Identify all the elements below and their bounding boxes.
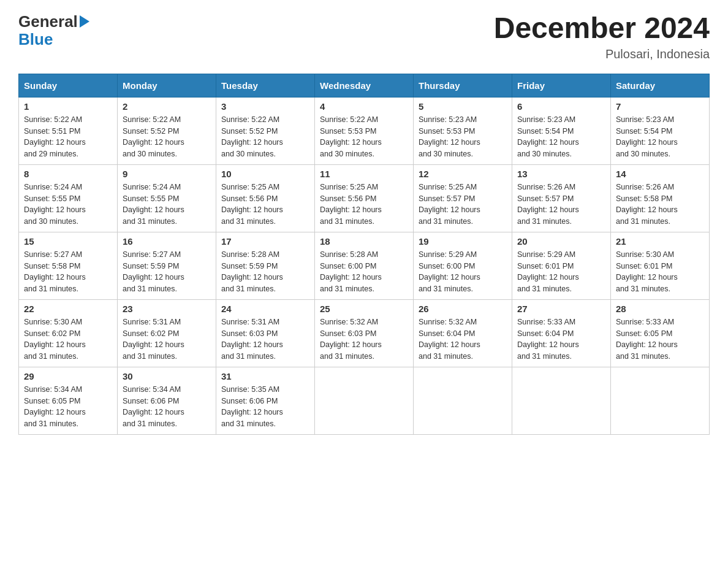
calendar-cell: 5 Sunrise: 5:23 AM Sunset: 5:53 PM Dayli… (414, 97, 512, 164)
day-number: 29 (24, 371, 112, 381)
calendar-week-4: 22 Sunrise: 5:30 AM Sunset: 6:02 PM Dayl… (19, 299, 710, 367)
calendar-cell: 21 Sunrise: 5:30 AM Sunset: 6:01 PM Dayl… (611, 232, 710, 299)
day-info: Sunrise: 5:28 AM Sunset: 5:59 PM Dayligh… (221, 249, 309, 295)
calendar-cell: 27 Sunrise: 5:33 AM Sunset: 6:04 PM Dayl… (512, 299, 611, 367)
calendar-cell: 4 Sunrise: 5:22 AM Sunset: 5:53 PM Dayli… (315, 97, 414, 164)
calendar-cell: 19 Sunrise: 5:29 AM Sunset: 6:00 PM Dayl… (414, 232, 512, 299)
day-number: 10 (221, 169, 309, 179)
calendar-cell: 18 Sunrise: 5:28 AM Sunset: 6:00 PM Dayl… (315, 232, 414, 299)
day-number: 2 (123, 101, 211, 112)
day-info: Sunrise: 5:31 AM Sunset: 6:02 PM Dayligh… (123, 316, 211, 362)
day-number: 12 (419, 169, 507, 179)
day-info: Sunrise: 5:24 AM Sunset: 5:55 PM Dayligh… (24, 182, 112, 228)
title-block: December 2024 Pulosari, Indonesia (494, 12, 710, 61)
calendar-cell: 9 Sunrise: 5:24 AM Sunset: 5:55 PM Dayli… (118, 164, 216, 232)
calendar-cell: 17 Sunrise: 5:28 AM Sunset: 5:59 PM Dayl… (216, 232, 315, 299)
calendar-cell: 3 Sunrise: 5:22 AM Sunset: 5:52 PM Dayli… (216, 97, 315, 164)
calendar-cell: 29 Sunrise: 5:34 AM Sunset: 6:05 PM Dayl… (19, 367, 118, 434)
calendar-cell: 10 Sunrise: 5:25 AM Sunset: 5:56 PM Dayl… (216, 164, 315, 232)
calendar-cell: 31 Sunrise: 5:35 AM Sunset: 6:06 PM Dayl… (216, 367, 315, 434)
day-info: Sunrise: 5:30 AM Sunset: 6:01 PM Dayligh… (616, 249, 704, 295)
day-info: Sunrise: 5:26 AM Sunset: 5:57 PM Dayligh… (517, 182, 605, 228)
day-info: Sunrise: 5:33 AM Sunset: 6:05 PM Dayligh… (616, 316, 704, 362)
day-info: Sunrise: 5:30 AM Sunset: 6:02 PM Dayligh… (24, 316, 112, 362)
day-number: 14 (616, 169, 704, 179)
calendar-cell: 24 Sunrise: 5:31 AM Sunset: 6:03 PM Dayl… (216, 299, 315, 367)
calendar-cell (512, 367, 611, 434)
day-info: Sunrise: 5:32 AM Sunset: 6:04 PM Dayligh… (419, 316, 507, 362)
weekday-header-wednesday: Wednesday (315, 74, 414, 97)
day-number: 21 (616, 236, 704, 247)
calendar-cell: 12 Sunrise: 5:25 AM Sunset: 5:57 PM Dayl… (414, 164, 512, 232)
day-info: Sunrise: 5:33 AM Sunset: 6:04 PM Dayligh… (517, 316, 605, 362)
day-number: 15 (24, 236, 112, 247)
day-info: Sunrise: 5:28 AM Sunset: 6:00 PM Dayligh… (320, 249, 408, 295)
weekday-header-monday: Monday (118, 74, 216, 97)
day-info: Sunrise: 5:31 AM Sunset: 6:03 PM Dayligh… (221, 316, 309, 362)
day-number: 8 (24, 169, 112, 179)
day-number: 9 (123, 169, 211, 179)
calendar-week-3: 15 Sunrise: 5:27 AM Sunset: 5:58 PM Dayl… (19, 232, 710, 299)
day-info: Sunrise: 5:29 AM Sunset: 6:01 PM Dayligh… (517, 249, 605, 295)
day-info: Sunrise: 5:34 AM Sunset: 6:05 PM Dayligh… (24, 384, 112, 430)
logo-general-text: General (18, 12, 78, 31)
day-info: Sunrise: 5:22 AM Sunset: 5:52 PM Dayligh… (221, 114, 309, 160)
calendar-cell: 11 Sunrise: 5:25 AM Sunset: 5:56 PM Dayl… (315, 164, 414, 232)
logo: General Blue (18, 12, 89, 49)
calendar-week-2: 8 Sunrise: 5:24 AM Sunset: 5:55 PM Dayli… (19, 164, 710, 232)
calendar-body: 1 Sunrise: 5:22 AM Sunset: 5:51 PM Dayli… (19, 97, 710, 434)
day-info: Sunrise: 5:25 AM Sunset: 5:56 PM Dayligh… (320, 182, 408, 228)
day-number: 1 (24, 101, 112, 112)
calendar-cell: 13 Sunrise: 5:26 AM Sunset: 5:57 PM Dayl… (512, 164, 611, 232)
calendar-cell: 15 Sunrise: 5:27 AM Sunset: 5:58 PM Dayl… (19, 232, 118, 299)
day-info: Sunrise: 5:27 AM Sunset: 5:58 PM Dayligh… (24, 249, 112, 295)
month-title: December 2024 (494, 12, 710, 45)
day-number: 18 (320, 236, 408, 247)
day-number: 11 (320, 169, 408, 179)
location-subtitle: Pulosari, Indonesia (494, 47, 710, 61)
day-info: Sunrise: 5:22 AM Sunset: 5:51 PM Dayligh… (24, 114, 112, 160)
calendar-cell (315, 367, 414, 434)
weekday-header-thursday: Thursday (414, 74, 512, 97)
calendar-cell: 16 Sunrise: 5:27 AM Sunset: 5:59 PM Dayl… (118, 232, 216, 299)
calendar-cell: 20 Sunrise: 5:29 AM Sunset: 6:01 PM Dayl… (512, 232, 611, 299)
calendar-cell: 25 Sunrise: 5:32 AM Sunset: 6:03 PM Dayl… (315, 299, 414, 367)
calendar-header: SundayMondayTuesdayWednesdayThursdayFrid… (19, 74, 710, 97)
day-number: 26 (419, 304, 507, 314)
day-number: 7 (616, 101, 704, 112)
day-number: 16 (123, 236, 211, 247)
day-info: Sunrise: 5:27 AM Sunset: 5:59 PM Dayligh… (123, 249, 211, 295)
day-number: 27 (517, 304, 605, 314)
calendar-cell: 28 Sunrise: 5:33 AM Sunset: 6:05 PM Dayl… (611, 299, 710, 367)
day-number: 25 (320, 304, 408, 314)
day-number: 28 (616, 304, 704, 314)
calendar-table: SundayMondayTuesdayWednesdayThursdayFrid… (18, 74, 710, 435)
day-number: 19 (419, 236, 507, 247)
calendar-cell: 30 Sunrise: 5:34 AM Sunset: 6:06 PM Dayl… (118, 367, 216, 434)
calendar-cell: 6 Sunrise: 5:23 AM Sunset: 5:54 PM Dayli… (512, 97, 611, 164)
logo-blue-text: Blue (18, 30, 53, 49)
day-info: Sunrise: 5:23 AM Sunset: 5:53 PM Dayligh… (419, 114, 507, 160)
day-number: 20 (517, 236, 605, 247)
calendar-cell: 8 Sunrise: 5:24 AM Sunset: 5:55 PM Dayli… (19, 164, 118, 232)
day-info: Sunrise: 5:34 AM Sunset: 6:06 PM Dayligh… (123, 384, 211, 430)
day-info: Sunrise: 5:22 AM Sunset: 5:53 PM Dayligh… (320, 114, 408, 160)
calendar-week-1: 1 Sunrise: 5:22 AM Sunset: 5:51 PM Dayli… (19, 97, 710, 164)
day-number: 24 (221, 304, 309, 314)
calendar-cell: 23 Sunrise: 5:31 AM Sunset: 6:02 PM Dayl… (118, 299, 216, 367)
weekday-header-friday: Friday (512, 74, 611, 97)
day-number: 13 (517, 169, 605, 179)
day-number: 23 (123, 304, 211, 314)
calendar-cell: 1 Sunrise: 5:22 AM Sunset: 5:51 PM Dayli… (19, 97, 118, 164)
day-info: Sunrise: 5:35 AM Sunset: 6:06 PM Dayligh… (221, 384, 309, 430)
weekday-header-row: SundayMondayTuesdayWednesdayThursdayFrid… (19, 74, 710, 97)
day-info: Sunrise: 5:25 AM Sunset: 5:56 PM Dayligh… (221, 182, 309, 228)
day-number: 5 (419, 101, 507, 112)
day-number: 4 (320, 101, 408, 112)
logo-triangle-icon (80, 15, 89, 28)
day-info: Sunrise: 5:22 AM Sunset: 5:52 PM Dayligh… (123, 114, 211, 160)
calendar-cell: 14 Sunrise: 5:26 AM Sunset: 5:58 PM Dayl… (611, 164, 710, 232)
day-info: Sunrise: 5:24 AM Sunset: 5:55 PM Dayligh… (123, 182, 211, 228)
calendar-cell (414, 367, 512, 434)
calendar-cell: 2 Sunrise: 5:22 AM Sunset: 5:52 PM Dayli… (118, 97, 216, 164)
